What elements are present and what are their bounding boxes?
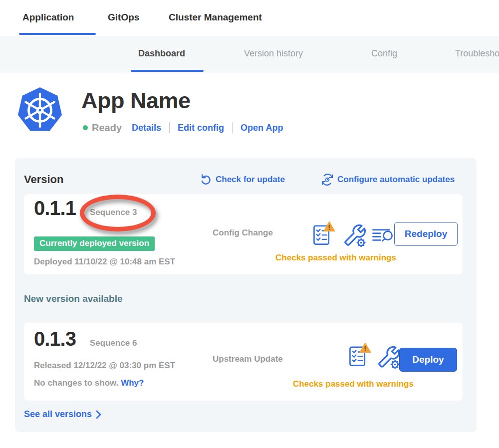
nav-item-gitops[interactable]: GitOps xyxy=(108,12,139,23)
nav-item-cluster-management[interactable]: Cluster Management xyxy=(169,12,262,23)
currently-deployed-badge: Currently deployed version xyxy=(34,236,155,251)
top-nav: Application GitOps Cluster Management xyxy=(0,0,499,36)
app-status-label: Ready xyxy=(92,122,122,134)
kubernetes-logo xyxy=(16,86,63,135)
current-sequence-label: Sequence 3 xyxy=(90,208,137,218)
divider xyxy=(169,122,170,133)
changes-note: No changes to show. Why? xyxy=(34,378,144,388)
tab-dashboard[interactable]: Dashboard xyxy=(138,48,185,59)
active-nav-underline xyxy=(19,33,96,35)
config-wrench-gear-icon[interactable] xyxy=(377,346,400,369)
deploy-button[interactable]: Deploy xyxy=(399,348,457,372)
checks-status-text: Checks passed with warnings xyxy=(268,379,438,389)
check-for-update-label: Check for update xyxy=(216,175,285,185)
auto-update-clock-icon xyxy=(321,174,333,186)
edit-config-link[interactable]: Edit config xyxy=(178,123,224,133)
see-all-versions-label: See all versions xyxy=(24,409,92,420)
see-all-versions-link[interactable]: See all versions xyxy=(24,409,101,420)
checks-status-text: Checks passed with warnings xyxy=(251,253,421,263)
tab-troubleshoot[interactable]: Troubleshoot xyxy=(455,48,499,59)
current-release-card: 0.1.1 Sequence 3 Currently deployed vers… xyxy=(24,194,463,274)
app-status-row: Ready Details Edit config Open App xyxy=(83,121,283,135)
app-tab-bar: Dashboard Version history Config Trouble… xyxy=(0,36,499,72)
active-tab-underline xyxy=(131,70,204,72)
release-source-type: Config Change xyxy=(213,228,273,238)
view-diff-icon[interactable] xyxy=(371,227,395,243)
configure-automatic-updates-label: Configure automatic updates xyxy=(337,175,455,185)
divider xyxy=(232,122,233,133)
refresh-icon xyxy=(200,174,212,185)
ready-status-dot xyxy=(83,125,88,130)
redeploy-button[interactable]: Redeploy xyxy=(394,222,458,246)
check-for-update-link[interactable]: Check for update xyxy=(200,174,285,185)
open-app-link[interactable]: Open App xyxy=(241,123,283,133)
available-sequence-label: Sequence 6 xyxy=(90,338,137,348)
nav-item-application[interactable]: Application xyxy=(22,12,74,23)
details-link[interactable]: Details xyxy=(132,123,161,133)
preflight-checks-icon[interactable] xyxy=(312,222,335,246)
deployed-timestamp: Deployed 11/10/22 @ 10:48 am EST xyxy=(34,257,175,267)
version-panel-title: Version xyxy=(24,173,63,186)
new-version-heading: New version available xyxy=(24,293,123,304)
release-source-type: Upstream Update xyxy=(213,354,283,364)
configure-automatic-updates-link[interactable]: Configure automatic updates xyxy=(321,174,455,186)
config-wrench-gear-icon[interactable] xyxy=(343,224,366,247)
available-version-number: 0.1.3 xyxy=(34,328,76,350)
available-release-card: 0.1.3 Sequence 6 Released 12/12/22 @ 03:… xyxy=(24,323,463,401)
current-version-number: 0.1.1 xyxy=(34,197,76,220)
chevron-right-icon xyxy=(96,410,101,419)
tab-version-history[interactable]: Version history xyxy=(244,48,303,59)
no-changes-text: No changes to show. xyxy=(34,378,118,388)
why-link[interactable]: Why? xyxy=(121,378,144,388)
tab-config[interactable]: Config xyxy=(371,48,397,59)
page-title: App Name xyxy=(81,88,191,114)
released-timestamp: Released 12/12/22 @ 03:30 pm EST xyxy=(34,361,175,371)
preflight-checks-icon[interactable] xyxy=(348,343,371,368)
